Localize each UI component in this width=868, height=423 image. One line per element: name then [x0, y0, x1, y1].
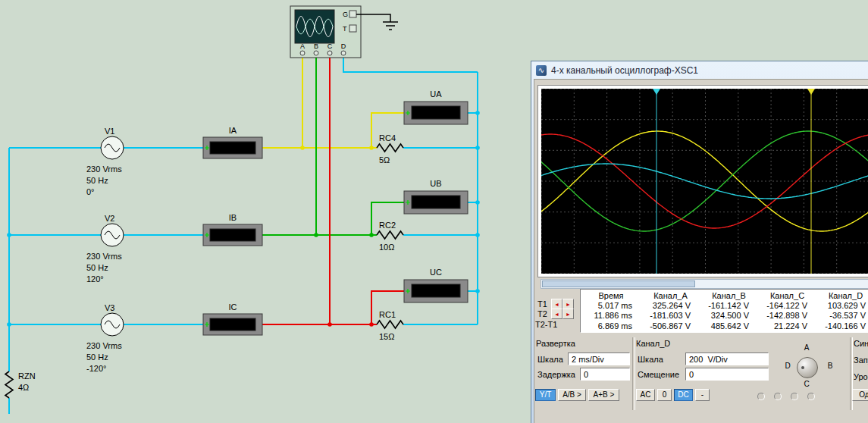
window-title: 4-х канальный осциллограф-XSC1 [551, 65, 698, 76]
t1-left-button[interactable]: ◄ [551, 299, 562, 309]
voltmeter-label: UC [430, 268, 442, 277]
scope-scrollbar[interactable] [541, 279, 868, 289]
timebase-scale-input[interactable]: 2 ms/Div [568, 352, 630, 365]
ammeter-ia[interactable]: 31.563 [203, 137, 262, 158]
channel-radio-1[interactable] [757, 393, 765, 400]
resistor-rc2[interactable] [377, 231, 403, 239]
resistor-rc4[interactable] [377, 144, 403, 152]
minus-coupling-button[interactable]: - [695, 389, 710, 401]
terminal-t[interactable] [349, 25, 356, 32]
svg-text:50 Hz: 50 Hz [86, 176, 108, 185]
t1-right-button[interactable]: ► [562, 299, 574, 309]
resistor-label: RZN [18, 371, 36, 381]
window-titlebar[interactable]: ∿ 4-х канальный осциллограф-XSC1 [531, 61, 868, 79]
svg-text:26.111: 26.111 [221, 230, 245, 240]
resistor-label: RC2 [379, 221, 396, 230]
timebase-section-title: Развертка [536, 339, 575, 348]
terminal-g[interactable] [349, 11, 356, 17]
dc-coupling-button[interactable]: DC [674, 389, 693, 401]
zero-coupling-button[interactable]: 0 [657, 389, 672, 401]
scope-screen [541, 89, 868, 274]
readout-header-row: Время Канал_A Канал_B Канал_C Канал_D [581, 291, 868, 301]
svg-text:D: D [341, 42, 346, 50]
timebase-delay-input[interactable]: 0 [580, 368, 630, 381]
selector-d-label[interactable]: D [782, 362, 794, 370]
resistor-label: RC1 [379, 310, 396, 319]
resistor-rzn[interactable] [5, 371, 13, 398]
svg-text:157.814: 157.814 [421, 108, 452, 118]
cursor-flag-T2[interactable] [807, 89, 815, 95]
source-label: V2 [105, 214, 114, 223]
voltage-source-v2[interactable] [101, 224, 124, 246]
voltage-source-v1[interactable] [101, 136, 124, 159]
t2-left-button[interactable]: ◄ [551, 309, 562, 319]
svg-text:230 Vrms: 230 Vrms [86, 341, 122, 350]
oscilloscope-component[interactable]: G T A B C D [290, 6, 361, 58]
single-trigger-button[interactable]: Одн. [852, 389, 868, 401]
voltage-source-v3[interactable] [101, 313, 124, 336]
voltmeter-ua[interactable]: 157.814 [404, 102, 468, 124]
cursor-t2t1-label: T2-T1 [535, 320, 557, 329]
schematic-canvas: G T A B C D V1 230 Vrms 50 Hz 0° [0, 0, 531, 423]
ammeter-label: IA [229, 126, 237, 135]
a-plus-b-mode-button[interactable]: A+B > [588, 389, 619, 401]
knob-indicator [801, 366, 804, 369]
terminal-b[interactable] [314, 51, 318, 55]
svg-text:-120°: -120° [86, 364, 106, 373]
selector-a-label[interactable]: A [801, 343, 813, 352]
readout-row-t1: 5.017 ms 325.264 V -161.142 V -164.122 V… [581, 301, 868, 311]
scrollbar-thumb[interactable] [542, 280, 695, 287]
ammeter-ib[interactable]: 26.111 [203, 224, 262, 246]
col-header-channel-a: Канал_A [641, 291, 700, 301]
channel-offset-input[interactable]: 0 [685, 368, 769, 381]
channel-scale-input[interactable]: 200 V/Div [685, 352, 769, 365]
timebase-delay-label: Задержка [537, 370, 575, 379]
wire-phase-c[interactable] [262, 55, 404, 324]
channel-radio-3[interactable] [791, 393, 798, 400]
cursor-flag-T1[interactable] [653, 89, 660, 95]
trigger-level-label: Уровень [854, 372, 868, 381]
readout-row-t2t1: 6.869 ms -506.867 V 485.642 V 21.224 V -… [581, 321, 868, 331]
ground-symbol[interactable] [356, 14, 398, 30]
channel-selector-knob[interactable] [797, 357, 818, 378]
cursor-t1-label: T1 [537, 299, 547, 309]
channel-radio-4[interactable] [807, 393, 815, 400]
voltmeter-label: UB [430, 179, 441, 188]
instrument-icon: ∿ [536, 65, 547, 76]
svg-text:50 Hz: 50 Hz [86, 352, 108, 362]
terminal-a[interactable] [300, 51, 305, 55]
wire-phase-b[interactable] [262, 55, 404, 235]
voltmeter-label: UA [430, 89, 442, 99]
selector-c-label[interactable]: C [801, 380, 813, 388]
svg-text:230 Vrms: 230 Vrms [86, 164, 122, 174]
resistor-value: 10Ω [379, 243, 394, 252]
resistor-value: 4Ω [18, 383, 29, 392]
multisim-workspace: G T A B C D V1 230 Vrms 50 Hz 0° [0, 0, 868, 423]
ac-coupling-button[interactable]: AC [636, 389, 655, 401]
channel-section-title: Канал_D [636, 339, 670, 348]
svg-text:0°: 0° [86, 187, 95, 196]
svg-text:T: T [343, 25, 347, 33]
channel-radio-2[interactable] [774, 393, 782, 400]
selector-b-label[interactable]: B [824, 362, 836, 370]
voltmeter-uc[interactable]: 287.405 [404, 280, 468, 302]
t2-right-button[interactable]: ► [562, 309, 574, 319]
terminal-c[interactable] [327, 51, 332, 55]
svg-text:287.405: 287.405 [421, 287, 451, 296]
voltmeter-ub[interactable]: 261.114 [404, 191, 468, 214]
col-header-channel-d: Канал_D [816, 291, 868, 301]
ammeter-ic[interactable]: 19.160 [203, 314, 262, 335]
yt-mode-button[interactable]: Y/T [535, 389, 556, 401]
svg-text:261.114: 261.114 [421, 198, 451, 207]
oscilloscope-window: ∿ 4-х канальный осциллограф-XSC1 T1 ◄ ► … [531, 61, 868, 423]
channel-scale-label: Шкала [638, 355, 663, 364]
resistor-rc1[interactable] [377, 321, 403, 328]
terminal-d[interactable] [341, 51, 346, 55]
ammeter-label: IC [229, 302, 237, 312]
resistor-label: RC4 [379, 133, 396, 143]
svg-text:50 Hz: 50 Hz [86, 263, 108, 272]
ammeter-label: IB [229, 213, 237, 222]
svg-text:B: B [314, 42, 318, 50]
ab-mode-button[interactable]: A/B > [558, 389, 586, 401]
svg-text:31.563: 31.563 [220, 143, 246, 152]
